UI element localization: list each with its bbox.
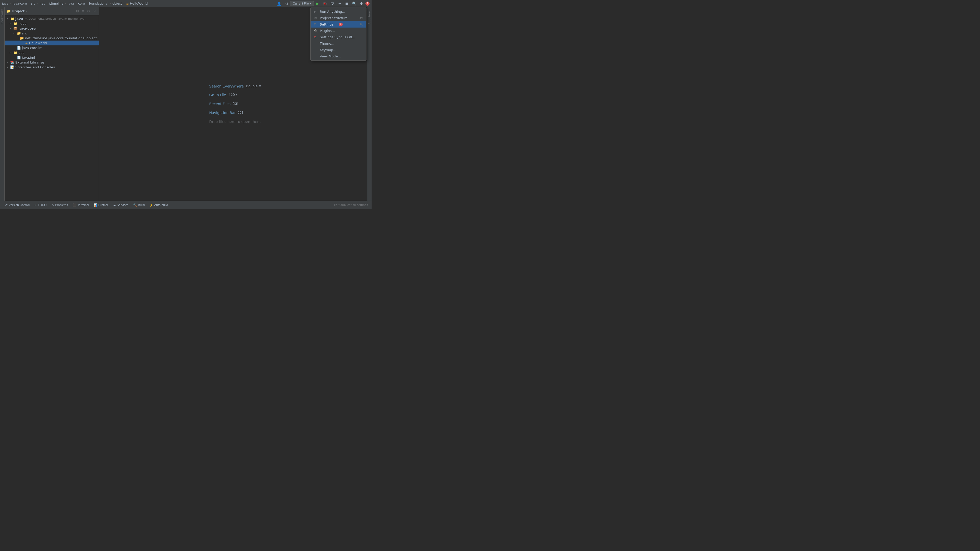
bookmarks-sidebar: Bookmarks xyxy=(0,7,5,201)
hint-drop-files: Drop files here to open them xyxy=(209,118,261,126)
search-btn[interactable]: 🔍 xyxy=(351,1,358,6)
breadcrumb-object[interactable]: object xyxy=(113,2,122,5)
tree-item-java-core[interactable]: ▾ 📦 java-core xyxy=(5,26,99,31)
stop-btn[interactable]: ⏹ xyxy=(344,1,350,6)
terminal-btn[interactable]: ⬛ Terminal xyxy=(70,203,91,208)
hint-recent-files: Recent Files ⌘E xyxy=(209,100,261,108)
auto-build-icon: ⚡ xyxy=(149,203,153,207)
gear-dropdown: ▶ Run Anything... 🗂 Project Structure...… xyxy=(310,7,366,61)
build-btn[interactable]: 🔨 Build xyxy=(131,203,147,208)
gear-btn[interactable]: ⚙ xyxy=(359,1,364,6)
tree-item-java[interactable]: ▾ 📁 java ~/Documents/projects/java/ittim… xyxy=(5,16,99,21)
coverage-btn[interactable]: 🛡 xyxy=(329,1,335,6)
build-icon: 🔨 xyxy=(133,203,137,207)
tree-item-java-core-iml[interactable]: 📄 java-core.iml xyxy=(5,45,99,50)
java-folder-icon: 📁 xyxy=(10,17,14,21)
editor-hints: Search Everywhere Double ⇧ Go to File ⇧⌘… xyxy=(209,81,261,127)
project-settings-btn[interactable]: ⚙ xyxy=(86,9,91,14)
project-title[interactable]: Project ▾ xyxy=(12,10,27,13)
project-tree: ▾ 📁 java ~/Documents/projects/java/ittim… xyxy=(5,15,99,201)
dropdown-settings[interactable]: ⚙ Settings... 2 ⌘, xyxy=(310,21,366,27)
dropdown-plugins[interactable]: 🔌 Plugins... xyxy=(310,27,366,34)
top-toolbar: 👤 ◁ Current File ▾ ▶ 🐞 🛡 ⋯ ⏹ 🔍 ⚙ 1 xyxy=(275,1,369,6)
dropdown-project-structure[interactable]: 🗂 Project Structure... ⌘; xyxy=(310,15,366,21)
breadcrumb-java[interactable]: java xyxy=(2,2,8,5)
breadcrumb-src[interactable]: src xyxy=(31,2,35,5)
external-libs-icon: 📚 xyxy=(10,60,14,64)
src-folder-icon: 📁 xyxy=(17,32,21,35)
back-btn[interactable]: ◁ xyxy=(283,1,289,6)
plugins-icon: 🔌 xyxy=(313,29,318,33)
tree-item-src[interactable]: ▾ 📁 src xyxy=(5,31,99,36)
notification-badge: 1 xyxy=(366,2,369,6)
project-structure-icon: 🗂 xyxy=(313,16,318,20)
breadcrumb-foundational[interactable]: foundational xyxy=(89,2,108,5)
tree-item-package[interactable]: ▾ 📂 net.ittimeline.java.core.foundationa… xyxy=(5,36,99,41)
helloworld-java-icon: ☕ xyxy=(25,41,28,45)
project-panel: 📁 Project ▾ ⊟ ≡ ⚙ ✕ ▾ 📁 java ~/Documents… xyxy=(5,7,99,201)
hint-search: Search Everywhere Double ⇧ xyxy=(209,83,261,90)
java-iml-icon: 📄 xyxy=(17,56,21,59)
dropdown-theme[interactable]: Theme... xyxy=(310,40,366,47)
breadcrumb-net[interactable]: net xyxy=(40,2,45,5)
dropdown-run-anything[interactable]: ▶ Run Anything... xyxy=(310,8,366,15)
project-close-btn[interactable]: ✕ xyxy=(92,9,97,14)
breadcrumb-java-core[interactable]: java-core xyxy=(13,2,27,5)
dropdown-view-mode[interactable]: View Mode... xyxy=(310,53,366,59)
idea-folder-icon: 📁 xyxy=(13,22,18,25)
todo-btn[interactable]: ✓ TODO xyxy=(32,203,48,208)
more-actions-btn[interactable]: ⋯ xyxy=(336,1,342,6)
hint-nav-bar: Navigation Bar ⌘↑ xyxy=(209,109,261,117)
current-file-dropdown[interactable]: Current File ▾ xyxy=(290,1,314,6)
debug-btn[interactable]: 🐞 xyxy=(321,1,328,6)
java-core-iml-icon: 📄 xyxy=(17,46,21,50)
breadcrumb-java2[interactable]: java xyxy=(68,2,74,5)
problems-icon: ⚠ xyxy=(51,203,54,207)
settings-badge: 2 xyxy=(339,23,343,26)
version-control-btn[interactable]: ⎇ Version Control xyxy=(2,203,32,208)
dropdown-keymap[interactable]: Keymap... xyxy=(310,47,366,53)
services-icon: ☁ xyxy=(113,203,116,207)
profiler-btn[interactable]: 📊 Profiler xyxy=(92,203,110,208)
structure-label[interactable]: Structure xyxy=(367,10,372,26)
breadcrumb-file[interactable]: ☕ HelloWorld xyxy=(126,2,148,5)
profile-btn[interactable]: 👤 xyxy=(275,1,283,6)
settings-icon: ⚙ xyxy=(313,22,318,26)
bookmarks-label[interactable]: Bookmarks xyxy=(0,7,4,26)
terminal-icon: ⬛ xyxy=(73,203,76,207)
tree-item-external-libs[interactable]: ▸ 📚 External Libraries xyxy=(5,60,99,65)
out-folder-icon: 📁 xyxy=(13,51,18,55)
tree-item-out[interactable]: ▸ 📁 out xyxy=(5,50,99,55)
edit-app-settings[interactable]: Edit application settings xyxy=(332,203,369,207)
run-anything-icon: ▶ xyxy=(313,10,318,14)
version-control-icon: ⎇ xyxy=(4,203,8,207)
project-header: 📁 Project ▾ ⊟ ≡ ⚙ ✕ xyxy=(5,7,99,15)
bottom-bar: ⎇ Version Control ✓ TODO ⚠ Problems ⬛ Te… xyxy=(0,201,372,209)
tree-item-scratches[interactable]: ▸ 📝 Scratches and Consoles xyxy=(5,65,99,70)
settings-sync-icon: ⊘ xyxy=(313,35,318,39)
java-file-icon: ☕ xyxy=(126,2,129,5)
tree-item-helloworld[interactable]: ☕ HelloWorld xyxy=(5,41,99,45)
hint-goto-file: Go to File ⇧⌘O xyxy=(209,91,261,99)
profiler-icon: 📊 xyxy=(94,203,97,207)
top-bar: java › java-core › src › net › ittimelin… xyxy=(0,0,372,7)
scroll-to-center-btn[interactable]: ≡ xyxy=(81,9,85,14)
breadcrumb-core[interactable]: core xyxy=(78,2,85,5)
package-icon: 📂 xyxy=(20,36,24,40)
java-core-module-icon: 📦 xyxy=(13,27,18,30)
breadcrumb-ittimeline[interactable]: ittimeline xyxy=(49,2,63,5)
services-btn[interactable]: ☁ Services xyxy=(111,203,130,208)
dropdown-settings-sync[interactable]: ⊘ Settings Sync is Off... xyxy=(310,34,366,40)
todo-icon: ✓ xyxy=(34,203,37,207)
structure-sidebar: Structure xyxy=(367,7,372,201)
collapse-all-btn[interactable]: ⊟ xyxy=(75,9,80,14)
auto-build-btn[interactable]: ⚡ Auto-build xyxy=(147,203,170,208)
problems-btn[interactable]: ⚠ Problems xyxy=(49,203,70,208)
tree-item-idea[interactable]: ▸ 📁 .idea xyxy=(5,21,99,26)
project-folder-icon: 📁 xyxy=(6,9,11,13)
run-btn[interactable]: ▶ xyxy=(315,1,320,6)
tree-item-java-iml[interactable]: 📄 java.iml xyxy=(5,55,99,60)
scratches-icon: 📝 xyxy=(10,65,14,69)
